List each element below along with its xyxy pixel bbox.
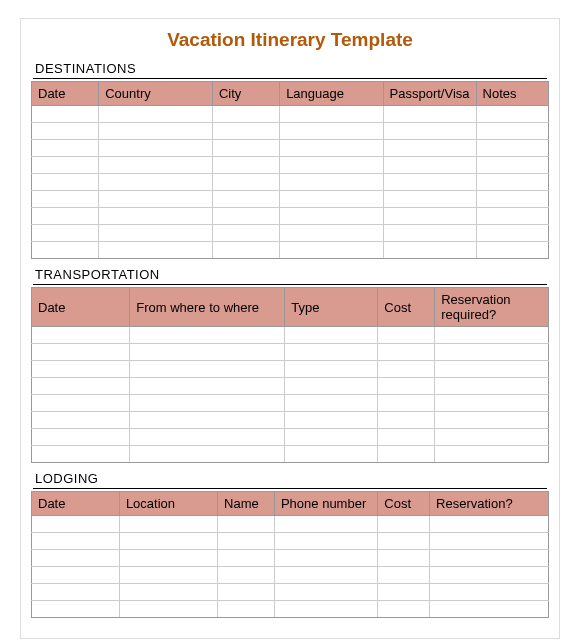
table-cell[interactable]: [378, 361, 435, 378]
table-cell[interactable]: [32, 516, 120, 533]
table-cell[interactable]: [218, 533, 275, 550]
table-cell[interactable]: [32, 191, 99, 208]
table-cell[interactable]: [99, 140, 213, 157]
table-cell[interactable]: [378, 412, 435, 429]
table-cell[interactable]: [274, 533, 377, 550]
table-cell[interactable]: [119, 601, 217, 618]
table-cell[interactable]: [130, 378, 285, 395]
table-cell[interactable]: [32, 106, 99, 123]
table-cell[interactable]: [280, 140, 383, 157]
table-cell[interactable]: [32, 208, 99, 225]
table-cell[interactable]: [32, 412, 130, 429]
table-cell[interactable]: [32, 446, 130, 463]
table-cell[interactable]: [99, 106, 213, 123]
table-cell[interactable]: [378, 395, 435, 412]
table-cell[interactable]: [99, 208, 213, 225]
table-cell[interactable]: [378, 378, 435, 395]
table-cell[interactable]: [218, 516, 275, 533]
table-cell[interactable]: [212, 191, 279, 208]
table-cell[interactable]: [285, 327, 378, 344]
table-cell[interactable]: [32, 533, 120, 550]
table-cell[interactable]: [476, 174, 548, 191]
table-cell[interactable]: [435, 344, 549, 361]
table-cell[interactable]: [130, 446, 285, 463]
table-cell[interactable]: [99, 174, 213, 191]
table-cell[interactable]: [476, 225, 548, 242]
table-cell[interactable]: [32, 550, 120, 567]
table-cell[interactable]: [435, 429, 549, 446]
table-cell[interactable]: [99, 242, 213, 259]
table-cell[interactable]: [435, 361, 549, 378]
table-cell[interactable]: [32, 123, 99, 140]
table-cell[interactable]: [378, 550, 430, 567]
table-cell[interactable]: [274, 567, 377, 584]
table-cell[interactable]: [378, 516, 430, 533]
table-cell[interactable]: [32, 429, 130, 446]
table-cell[interactable]: [435, 327, 549, 344]
table-cell[interactable]: [476, 191, 548, 208]
table-cell[interactable]: [212, 157, 279, 174]
table-cell[interactable]: [285, 412, 378, 429]
table-cell[interactable]: [285, 446, 378, 463]
table-cell[interactable]: [130, 412, 285, 429]
table-cell[interactable]: [212, 225, 279, 242]
table-cell[interactable]: [285, 395, 378, 412]
table-cell[interactable]: [476, 140, 548, 157]
table-cell[interactable]: [274, 584, 377, 601]
table-cell[interactable]: [32, 242, 99, 259]
table-cell[interactable]: [280, 174, 383, 191]
table-cell[interactable]: [212, 242, 279, 259]
table-cell[interactable]: [119, 584, 217, 601]
table-cell[interactable]: [218, 550, 275, 567]
table-cell[interactable]: [430, 601, 549, 618]
table-cell[interactable]: [280, 208, 383, 225]
table-cell[interactable]: [32, 601, 120, 618]
table-cell[interactable]: [99, 191, 213, 208]
table-cell[interactable]: [212, 106, 279, 123]
table-cell[interactable]: [130, 344, 285, 361]
table-cell[interactable]: [430, 516, 549, 533]
table-cell[interactable]: [285, 361, 378, 378]
table-cell[interactable]: [430, 550, 549, 567]
table-cell[interactable]: [476, 106, 548, 123]
table-cell[interactable]: [212, 123, 279, 140]
table-cell[interactable]: [274, 516, 377, 533]
table-cell[interactable]: [274, 601, 377, 618]
table-cell[interactable]: [130, 395, 285, 412]
table-cell[interactable]: [383, 123, 476, 140]
table-cell[interactable]: [383, 106, 476, 123]
table-cell[interactable]: [212, 208, 279, 225]
table-cell[interactable]: [383, 191, 476, 208]
table-cell[interactable]: [119, 516, 217, 533]
table-cell[interactable]: [430, 533, 549, 550]
table-cell[interactable]: [378, 533, 430, 550]
table-cell[interactable]: [435, 378, 549, 395]
table-cell[interactable]: [476, 208, 548, 225]
table-cell[interactable]: [274, 550, 377, 567]
table-cell[interactable]: [383, 225, 476, 242]
table-cell[interactable]: [130, 429, 285, 446]
table-cell[interactable]: [430, 567, 549, 584]
table-cell[interactable]: [383, 242, 476, 259]
table-cell[interactable]: [218, 584, 275, 601]
table-cell[interactable]: [32, 157, 99, 174]
table-cell[interactable]: [476, 157, 548, 174]
table-cell[interactable]: [32, 567, 120, 584]
table-cell[interactable]: [378, 567, 430, 584]
table-cell[interactable]: [32, 395, 130, 412]
table-cell[interactable]: [280, 106, 383, 123]
table-cell[interactable]: [378, 584, 430, 601]
table-cell[interactable]: [119, 533, 217, 550]
table-cell[interactable]: [280, 123, 383, 140]
table-cell[interactable]: [435, 395, 549, 412]
table-cell[interactable]: [383, 140, 476, 157]
table-cell[interactable]: [435, 412, 549, 429]
table-cell[interactable]: [32, 378, 130, 395]
table-cell[interactable]: [280, 242, 383, 259]
table-cell[interactable]: [378, 327, 435, 344]
table-cell[interactable]: [32, 361, 130, 378]
table-cell[interactable]: [430, 584, 549, 601]
table-cell[interactable]: [32, 584, 120, 601]
table-cell[interactable]: [280, 157, 383, 174]
table-cell[interactable]: [99, 123, 213, 140]
